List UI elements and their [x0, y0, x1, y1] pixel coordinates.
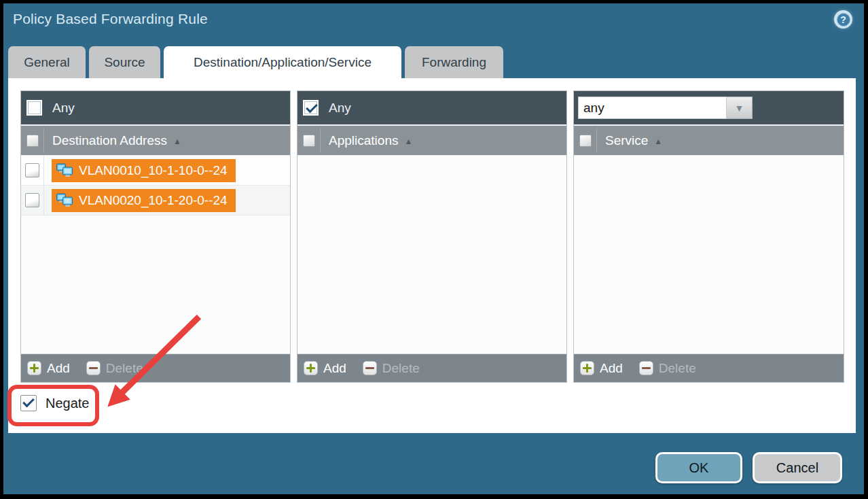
service-panel: any ▼ Service ▲ Add	[573, 90, 844, 383]
service-select-all-checkbox[interactable]	[579, 135, 592, 147]
destination-row-2[interactable]: VLAN0020_10-1-20-0--24	[21, 186, 290, 216]
applications-list	[297, 156, 566, 354]
applications-any-label: Any	[329, 101, 351, 116]
service-column-header[interactable]: Service ▲	[574, 124, 844, 156]
applications-delete-button[interactable]: Delete	[363, 361, 420, 376]
destination-list: VLAN0010_10-1-10-0--24	[21, 156, 290, 354]
row-checkbox-cell	[21, 156, 44, 185]
address-object-chip[interactable]: VLAN0020_10-1-20-0--24	[52, 189, 236, 212]
tab-forwarding[interactable]: Forwarding	[405, 46, 503, 78]
tab-content: Any Destination Address ▲	[8, 78, 856, 433]
row-checkbox[interactable]	[25, 193, 39, 207]
tab-bar: General Source Destination/Application/S…	[8, 46, 503, 78]
help-glyph: ?	[837, 13, 850, 27]
service-delete-button[interactable]: Delete	[639, 361, 696, 376]
destination-address-panel: Any Destination Address ▲	[20, 90, 291, 383]
sort-asc-icon: ▲	[404, 135, 412, 146]
dialog-title: Policy Based Forwarding Rule	[13, 11, 208, 27]
row-checkbox[interactable]	[25, 163, 39, 177]
destination-row-1[interactable]: VLAN0010_10-1-10-0--24	[21, 156, 290, 186]
applications-any-checkbox[interactable]	[303, 100, 319, 116]
applications-select-all-checkbox[interactable]	[303, 135, 315, 147]
plus-icon	[27, 361, 41, 375]
chevron-down-icon: ▼	[735, 103, 744, 114]
applications-column-label: Applications	[329, 133, 398, 148]
dropdown-arrow-button[interactable]: ▼	[727, 97, 753, 119]
destination-column-header[interactable]: Destination Address ▲	[21, 124, 290, 156]
minus-icon	[363, 361, 377, 375]
destination-footer-bar: Add Delete	[21, 354, 290, 382]
help-icon[interactable]: ?	[834, 10, 852, 29]
column-separator	[596, 128, 597, 152]
policy-based-forwarding-dialog: Policy Based Forwarding Rule ? General S…	[3, 3, 864, 494]
address-object-label: VLAN0010_10-1-10-0--24	[79, 163, 228, 178]
applications-add-button[interactable]: Add	[304, 361, 346, 376]
ok-button[interactable]: OK	[655, 452, 742, 483]
service-column-label: Service	[605, 133, 648, 148]
destination-any-checkbox[interactable]	[26, 100, 42, 116]
destination-delete-button[interactable]: Delete	[86, 361, 143, 376]
destination-any-row: Any	[21, 91, 290, 124]
service-dropdown-value[interactable]: any	[578, 97, 727, 119]
cancel-button[interactable]: Cancel	[753, 452, 842, 483]
applications-footer-bar: Add Delete	[297, 354, 566, 382]
minus-icon	[86, 361, 101, 375]
applications-any-row: Any	[297, 91, 566, 124]
applications-column-header[interactable]: Applications ▲	[297, 124, 566, 156]
destination-column-label: Destination Address	[52, 133, 167, 148]
service-add-button[interactable]: Add	[580, 361, 623, 376]
destination-any-label: Any	[52, 101, 75, 116]
service-dropdown: any ▼	[578, 97, 753, 119]
column-separator	[43, 128, 44, 152]
tab-destination-application-service[interactable]: Destination/Application/Service	[164, 46, 401, 78]
sort-asc-icon: ▲	[173, 135, 181, 146]
negate-row: Negate	[20, 395, 90, 411]
plus-icon	[580, 361, 594, 375]
network-icon	[56, 193, 73, 208]
tab-general[interactable]: General	[8, 46, 86, 78]
negate-checkbox[interactable]	[20, 395, 37, 411]
column-separator	[320, 128, 321, 152]
network-icon	[56, 163, 73, 178]
minus-icon	[639, 361, 653, 375]
plus-icon	[304, 361, 318, 375]
tab-source[interactable]: Source	[89, 46, 160, 78]
negate-label: Negate	[46, 396, 90, 411]
screen: Policy Based Forwarding Rule ? General S…	[0, 0, 868, 499]
row-checkbox-cell	[21, 186, 44, 215]
address-object-label: VLAN0020_10-1-20-0--24	[79, 193, 228, 208]
applications-panel: Any Applications ▲ Add Delete	[297, 90, 567, 383]
service-list	[574, 156, 844, 354]
destination-add-button[interactable]: Add	[27, 361, 70, 376]
address-object-chip[interactable]: VLAN0010_10-1-10-0--24	[52, 159, 236, 182]
service-footer-bar: Add Delete	[574, 354, 844, 382]
sort-asc-icon: ▲	[654, 135, 662, 146]
service-dropdown-row: any ▼	[574, 91, 844, 124]
destination-select-all-checkbox[interactable]	[26, 135, 39, 147]
